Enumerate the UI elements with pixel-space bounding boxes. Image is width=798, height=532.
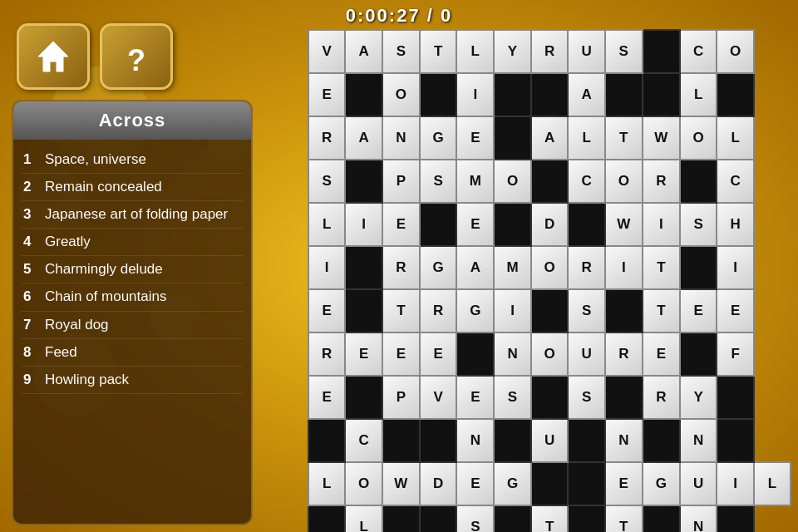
grid-cell[interactable]: L <box>308 203 345 246</box>
grid-cell[interactable] <box>494 505 531 532</box>
grid-cell[interactable]: S <box>456 505 494 532</box>
grid-cell[interactable] <box>643 73 680 116</box>
grid-cell[interactable]: E <box>345 332 382 376</box>
grid-cell[interactable]: S <box>680 203 717 246</box>
grid-cell[interactable] <box>531 289 569 332</box>
grid-cell[interactable] <box>420 419 457 462</box>
grid-cell[interactable] <box>420 505 457 532</box>
grid-cell[interactable]: N <box>680 505 717 532</box>
grid-cell[interactable]: W <box>382 462 420 505</box>
grid-cell[interactable]: U <box>531 419 569 462</box>
grid-cell[interactable]: I <box>494 289 531 332</box>
grid-cell[interactable]: L <box>717 116 754 160</box>
grid-cell[interactable]: M <box>494 246 531 289</box>
grid-cell[interactable] <box>717 419 754 462</box>
grid-cell[interactable]: E <box>308 73 345 116</box>
grid-cell[interactable]: V <box>420 376 457 419</box>
grid-cell[interactable]: C <box>717 160 754 203</box>
grid-cell[interactable]: S <box>494 376 531 419</box>
home-button[interactable] <box>17 23 90 90</box>
grid-cell[interactable]: G <box>420 246 457 289</box>
grid-cell[interactable]: A <box>345 116 382 160</box>
grid-cell[interactable]: E <box>605 462 643 505</box>
grid-cell[interactable]: E <box>680 289 717 332</box>
grid-cell[interactable]: D <box>531 203 569 246</box>
grid-cell[interactable]: R <box>382 246 420 289</box>
grid-cell[interactable]: E <box>420 332 457 376</box>
clues-list[interactable]: 1Space, universe2Remain concealed3Japane… <box>13 140 251 524</box>
grid-cell[interactable]: F <box>717 332 754 376</box>
grid-cell[interactable]: G <box>494 462 531 505</box>
grid-cell[interactable] <box>717 505 754 532</box>
grid-cell[interactable]: L <box>568 116 604 160</box>
grid-cell[interactable]: A <box>531 116 569 160</box>
grid-cell[interactable] <box>717 376 754 419</box>
grid-cell[interactable] <box>605 376 643 419</box>
grid-cell[interactable]: E <box>643 332 680 376</box>
grid-cell[interactable]: I <box>717 462 754 505</box>
grid-cell[interactable]: N <box>680 419 717 462</box>
grid-cell[interactable]: G <box>456 289 494 332</box>
grid-cell[interactable]: I <box>456 73 494 116</box>
grid-cell[interactable] <box>308 505 345 532</box>
grid-cell[interactable]: R <box>568 246 604 289</box>
grid-cell[interactable] <box>680 160 717 203</box>
grid-cell[interactable]: R <box>643 376 680 419</box>
grid-cell[interactable] <box>643 505 680 532</box>
grid-cell[interactable]: E <box>382 332 420 376</box>
grid-cell[interactable]: C <box>345 419 382 462</box>
grid-cell[interactable]: O <box>680 116 717 160</box>
grid-cell[interactable]: S <box>382 30 420 73</box>
grid-cell[interactable]: L <box>308 462 345 505</box>
grid-cell[interactable]: E <box>456 203 494 246</box>
grid-cell[interactable]: R <box>308 116 345 160</box>
help-button[interactable]: ? <box>100 23 173 90</box>
grid-cell[interactable]: M <box>456 160 494 203</box>
grid-cell[interactable]: N <box>494 332 531 376</box>
grid-cell[interactable]: O <box>382 73 420 116</box>
grid-cell[interactable]: T <box>605 116 643 160</box>
grid-cell[interactable] <box>494 203 531 246</box>
grid-cell[interactable]: O <box>717 30 754 73</box>
grid-cell[interactable]: H <box>717 203 754 246</box>
grid-cell[interactable] <box>531 462 569 505</box>
grid-cell[interactable]: E <box>456 116 494 160</box>
grid-cell[interactable]: S <box>308 160 345 203</box>
grid-cell[interactable] <box>680 332 717 376</box>
grid-cell[interactable] <box>345 376 382 419</box>
grid-cell[interactable]: D <box>420 462 457 505</box>
grid-cell[interactable] <box>308 419 345 462</box>
grid-cell[interactable]: N <box>382 116 420 160</box>
grid-cell[interactable]: L <box>456 30 494 73</box>
grid-cell[interactable]: O <box>345 462 382 505</box>
grid-cell[interactable]: U <box>568 332 604 376</box>
grid-cell[interactable] <box>382 419 420 462</box>
grid-cell[interactable]: S <box>605 30 643 73</box>
grid-cell[interactable]: R <box>643 160 680 203</box>
grid-cell[interactable]: W <box>643 116 680 160</box>
grid-cell[interactable] <box>420 73 457 116</box>
grid-cell[interactable]: T <box>605 505 643 532</box>
grid-cell[interactable] <box>568 462 604 505</box>
grid-cell[interactable]: E <box>456 462 494 505</box>
grid-cell[interactable]: U <box>568 30 604 73</box>
grid-cell[interactable] <box>456 332 494 376</box>
grid-cell[interactable] <box>345 246 382 289</box>
grid-cell[interactable]: Y <box>680 376 717 419</box>
grid-cell[interactable]: E <box>308 289 345 332</box>
grid-cell[interactable]: U <box>680 462 717 505</box>
grid-cell[interactable]: O <box>494 160 531 203</box>
grid-cell[interactable] <box>568 505 604 532</box>
grid-cell[interactable]: L <box>345 505 382 532</box>
grid-cell[interactable]: T <box>382 289 420 332</box>
grid-cell[interactable]: L <box>680 73 717 116</box>
grid-cell[interactable]: T <box>531 505 569 532</box>
grid-cell[interactable] <box>717 73 754 116</box>
grid-cell[interactable]: N <box>605 419 643 462</box>
grid-cell[interactable]: R <box>531 30 569 73</box>
grid-cell[interactable]: R <box>605 332 643 376</box>
grid-cell[interactable]: A <box>568 73 604 116</box>
grid-cell[interactable]: C <box>680 30 717 73</box>
grid-cell[interactable]: R <box>308 332 345 376</box>
grid-cell[interactable]: V <box>308 30 345 73</box>
